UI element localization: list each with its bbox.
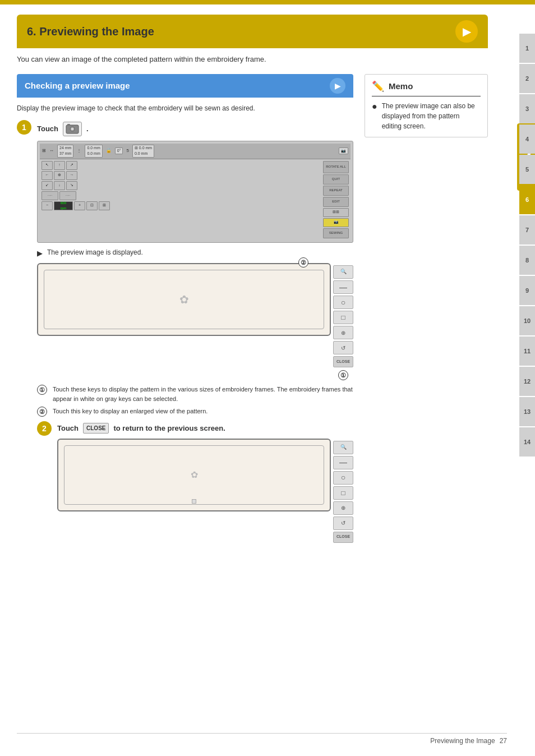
size-val-1: 24 mm [59,145,71,151]
chapter-tab-3[interactable]: 3 [519,94,535,123]
camera-btn-2[interactable]: 📷 [323,218,349,227]
rotate-all-btn[interactable]: ROTATE ALL [323,161,349,173]
footer-page-num: 27 [500,737,507,745]
touch-label-2: Touch [57,423,79,434]
chapter-tab-5[interactable]: 5 [519,155,535,184]
annotation-item-2: ② Touch this key to display an enlarged … [37,407,353,417]
quit-btn[interactable]: QUIT [323,174,349,185]
rotate-btn-2[interactable]: ↺ [333,517,353,530]
move-val-1: 0.0 mm [87,145,100,151]
chapter-tab-7[interactable]: 7 [519,215,535,245]
touch-label-1: Touch [37,123,58,135]
footer-line [17,733,507,734]
col-right: ✏️ Memo ● The preview image can also be … [365,74,488,137]
edit-btn[interactable]: EDIT [323,197,349,207]
touch-icon-1 [63,122,82,136]
close-button-inline[interactable]: CLOSE [83,423,109,434]
circle-btn-1[interactable]: ○ [333,296,353,309]
page-title: 6. Previewing the Image [27,25,154,38]
square-btn-1[interactable]: □ [333,311,353,324]
zoom-btn-2[interactable]: 🔍 [333,441,353,454]
footer-page-name: Previewing the Image [430,737,495,745]
frame-btn[interactable]: ⊡ [86,201,98,210]
close-btn-2[interactable]: CLOSE [333,532,353,543]
stitch-btn-2[interactable]: ····· [59,191,76,200]
angle-block: 0° [115,147,123,155]
move-val-2: 0.0 mm [87,151,100,157]
step-2-number: 2 [37,421,52,436]
preview-with-controls-2: ✿ 🔍 — ○ □ [57,439,353,543]
arrow-note-text: The preview image is displayed. [47,247,143,257]
nav-row-2: ← ⊕ → [41,171,110,180]
camera-block: 📷 [339,147,348,155]
chapter-tab-1[interactable]: 1 [519,34,535,63]
chapter-tab-14[interactable]: 14 [519,427,535,457]
pos-val-1: ⊞ 0.0 mm [135,145,152,151]
control-panel-mockup: ⊞ ↔ 24 mm 37 mm ⋮ 0.0 mm 0.0 mm [37,141,353,243]
step-1: 1 Touch . [17,120,353,553]
nav-btn-down[interactable]: ↓ [54,181,65,190]
cross-btn-1[interactable]: ⊕ [333,326,353,339]
annotation-list: ① Touch these keys to display the patter… [37,385,353,417]
nav-btn-up[interactable]: ↑ [54,161,65,170]
screen-icon-1: ⊞ [42,147,46,154]
sewing-btn[interactable]: SEWING [323,228,349,238]
memo-box: ✏️ Memo ● The preview image can also be … [365,74,488,137]
line-btn-1[interactable]: — [333,280,353,294]
nav-btn-center[interactable]: ⊕ [54,171,65,180]
circle-btn-2[interactable]: ○ [333,471,353,485]
sub-section-title: Checking a preview image [25,81,130,90]
circle-num-1: ① [37,385,47,395]
sep-3: 5 [126,147,128,154]
cross-btn-2[interactable]: ⊕ [333,501,353,515]
sub-section-arrow: ▶ [330,78,345,94]
step-2: 2 Touch CLOSE to return to the previous … [37,421,353,547]
chapter-tab-13[interactable]: 13 [519,397,535,426]
move-block: 0.0 mm 0.0 mm [85,145,102,158]
chapter-tab-2[interactable]: 2 [519,64,535,93]
line-btn-2[interactable]: — [333,456,353,469]
col-left: Checking a preview image ▶ Display the p… [17,74,353,559]
speed-display: 600rpm [54,201,73,210]
touch-instruction-2: to return to the previous screen. [113,423,225,434]
chapter-tab-9[interactable]: 9 [519,276,535,305]
screen-main-area: ↖ ↑ ↗ ← ⊕ → ↙ [40,159,350,240]
repeat-btn[interactable]: REPEAT [323,186,349,196]
memo-header: ✏️ Memo [372,80,481,96]
nav-btn-left[interactable]: ← [41,171,53,180]
grid-btn[interactable]: ⊞⊞ [323,208,349,217]
rotate-btn-1[interactable]: ↺ [333,341,353,354]
minus-btn[interactable]: − [41,201,53,210]
zoom-btn-1[interactable]: 🔍 [333,265,353,279]
chapter-tab-11[interactable]: 11 [519,336,535,366]
touch-period-1: . [86,123,89,135]
chapter-tab-12[interactable]: 12 [519,367,535,396]
chapter-tab-10[interactable]: 10 [519,306,535,335]
chapter-tab-4[interactable]: 4 [519,125,535,154]
sub-intro: Display the preview image to check that … [17,103,353,113]
stitch-btn-1[interactable]: ····· [41,191,58,200]
nav-row-3: ↙ ↓ ↘ [41,181,110,190]
section-header: 6. Previewing the Image ▶ [17,15,488,48]
svg-point-2 [71,128,73,130]
nav-row-4: ····· ····· [41,191,110,200]
plus-btn[interactable]: + [74,201,85,210]
frame-indicator [192,499,196,504]
nav-btn-botright[interactable]: ↘ [66,181,77,190]
annotation-text-1: Touch these keys to display the pattern … [53,385,353,403]
nav-btn-right[interactable]: → [66,171,77,180]
touch-row-1: Touch . [37,122,353,136]
nav-btn-botleft[interactable]: ↙ [41,181,53,190]
chapter-tab-6[interactable]: 6 [519,185,535,214]
screen-icon-2: ↔ [49,147,54,154]
close-btn-1[interactable]: CLOSE [333,356,353,367]
screen-action-buttons: ROTATE ALL QUIT REPEAT EDIT ⊞⊞ 📷 SEWING [323,161,349,238]
square-btn-2[interactable]: □ [333,486,353,500]
memo-item-1: ● The preview image can also be displaye… [372,101,481,131]
nav-btn-topleft[interactable]: ↖ [41,161,53,170]
extra-btn[interactable]: ⊞ [99,201,110,210]
nav-btn-topright[interactable]: ↗ [66,161,77,170]
angle-val: 0° [117,148,121,154]
annotation-text-2: Touch this key to display an enlarged vi… [53,407,207,416]
chapter-tab-8[interactable]: 8 [519,246,535,275]
